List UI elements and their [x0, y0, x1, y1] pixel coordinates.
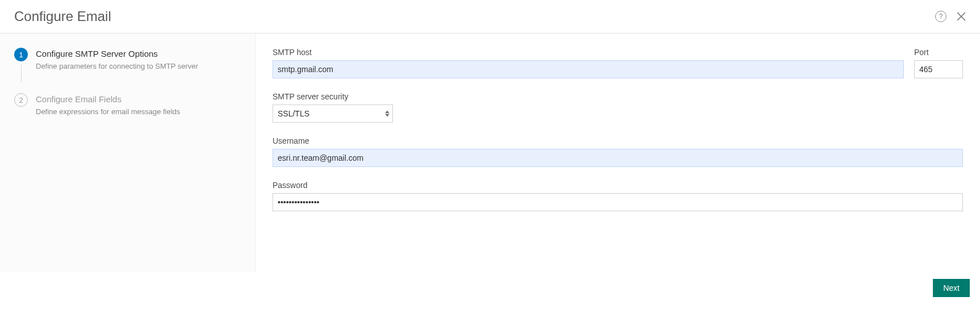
- steps-panel: 1 Configure SMTP Server Options Define p…: [0, 34, 256, 272]
- dialog-title: Configure Email: [14, 9, 111, 24]
- password-label: Password: [273, 181, 963, 190]
- step-title: Configure SMTP Server Options: [36, 49, 198, 59]
- security-select-wrap: SSL/TLS: [273, 105, 393, 123]
- step-indicator-col: 1: [14, 48, 28, 82]
- help-icon: ?: [935, 11, 947, 22]
- field-smtp-host: SMTP host: [273, 48, 904, 78]
- username-input[interactable]: [273, 149, 963, 167]
- security-label: SMTP server security: [273, 92, 393, 101]
- smtp-host-label: SMTP host: [273, 48, 904, 57]
- field-port: Port: [914, 48, 963, 78]
- step-description: Define parameters for connecting to SMTP…: [36, 62, 198, 70]
- smtp-host-input[interactable]: [273, 60, 904, 78]
- row-host-port: SMTP host Port: [273, 48, 963, 78]
- row-username: Username: [273, 136, 963, 167]
- dialog-footer: Next: [0, 272, 980, 307]
- step-connector: [21, 65, 22, 82]
- step-text: Configure Email Fields Define expression…: [36, 93, 180, 116]
- step-title: Configure Email Fields: [36, 94, 180, 104]
- close-icon: [957, 12, 966, 21]
- field-password: Password: [273, 181, 963, 211]
- step-indicator-col: 2: [14, 93, 28, 116]
- step-text: Configure SMTP Server Options Define par…: [36, 48, 198, 82]
- form-panel: SMTP host Port SMTP server security SSL/…: [256, 34, 980, 272]
- step-1[interactable]: 1 Configure SMTP Server Options Define p…: [14, 48, 241, 82]
- port-label: Port: [914, 48, 963, 57]
- row-password: Password: [273, 181, 963, 211]
- header-actions: ?: [935, 11, 966, 22]
- dialog-header: Configure Email ?: [0, 0, 980, 34]
- field-security: SMTP server security SSL/TLS: [273, 92, 393, 123]
- security-select[interactable]: SSL/TLS: [273, 105, 393, 123]
- username-label: Username: [273, 136, 963, 145]
- step-number-badge: 2: [14, 93, 28, 107]
- step-number-badge: 1: [14, 48, 28, 61]
- field-username: Username: [273, 136, 963, 167]
- close-button[interactable]: [957, 12, 966, 21]
- port-input[interactable]: [914, 60, 963, 78]
- configure-email-dialog: Configure Email ? 1 Configure SMTP: [0, 0, 980, 307]
- help-button[interactable]: ?: [935, 11, 947, 22]
- dialog-body: 1 Configure SMTP Server Options Define p…: [0, 34, 980, 272]
- next-button[interactable]: Next: [933, 279, 970, 297]
- password-input[interactable]: [273, 193, 963, 211]
- row-security: SMTP server security SSL/TLS: [273, 92, 963, 123]
- step-2[interactable]: 2 Configure Email Fields Define expressi…: [14, 93, 241, 116]
- step-description: Define expressions for email message fie…: [36, 107, 180, 116]
